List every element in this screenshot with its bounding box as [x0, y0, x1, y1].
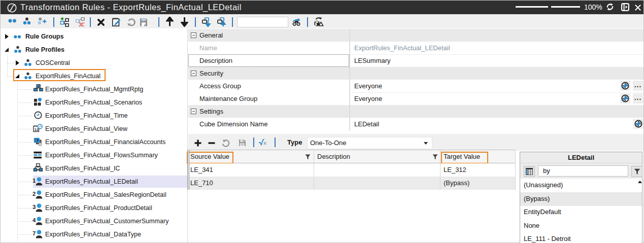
svg-text:2: 2: [32, 191, 36, 197]
svg-text:4: 4: [32, 217, 36, 223]
svg-text:3: 3: [32, 204, 36, 210]
svg-text:1: 1: [32, 178, 36, 184]
svg-text:7: 7: [32, 230, 36, 236]
